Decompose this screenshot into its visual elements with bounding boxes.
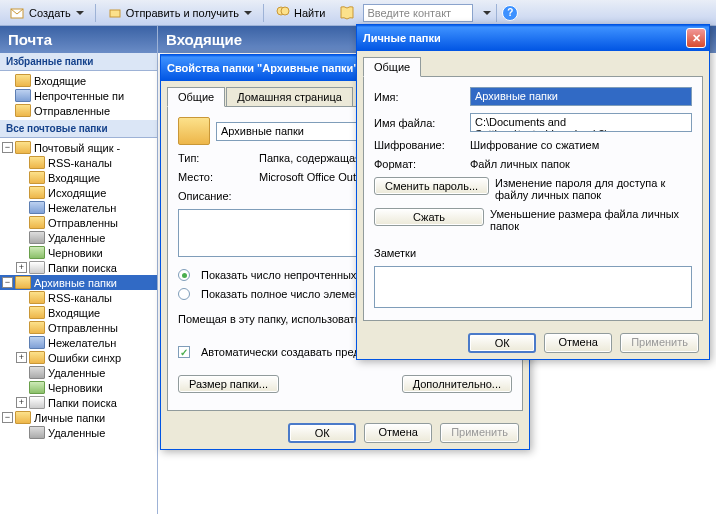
ok-button[interactable]: ОК	[288, 423, 356, 443]
search-folders[interactable]: +Папки поиска	[0, 260, 157, 275]
create-button[interactable]: Создать	[4, 2, 90, 24]
sent-folder[interactable]: Отправленны	[0, 215, 157, 230]
outbox-folder[interactable]: Исходящие	[0, 185, 157, 200]
cancel-button[interactable]: Отмена	[364, 423, 432, 443]
dialog-title-bar[interactable]: Личные папки ✕	[357, 25, 709, 51]
ar-errors[interactable]: +Ошибки синхр	[0, 350, 157, 365]
collapse-icon[interactable]: −	[2, 412, 13, 423]
inbox-folder[interactable]: Входящие	[0, 170, 157, 185]
puttext-label: Помещая в эту папку, использовать:	[178, 313, 363, 325]
dropdown-icon	[76, 11, 84, 15]
dialog-title: Свойства папки "Архивные папки"	[167, 62, 359, 74]
apply-button[interactable]: Применить	[440, 423, 519, 443]
find-label: Найти	[294, 7, 325, 19]
fav-inbox[interactable]: Входящие	[0, 73, 157, 88]
svg-rect-1	[110, 10, 120, 17]
dialog-buttons: ОК Отмена Применить	[357, 327, 709, 359]
collapse-icon[interactable]: −	[2, 142, 13, 153]
nav-mail-header: Почта	[0, 26, 157, 53]
cancel-button[interactable]: Отмена	[544, 333, 612, 353]
ar-inbox[interactable]: Входящие	[0, 305, 157, 320]
change-password-button[interactable]: Сменить пароль...	[374, 177, 489, 195]
ar-deleted[interactable]: Удаленные	[0, 365, 157, 380]
expand-icon[interactable]: +	[16, 352, 27, 363]
folder-size-button[interactable]: Размер папки...	[178, 375, 279, 393]
collapse-icon[interactable]: −	[2, 277, 13, 288]
junk-folder[interactable]: Нежелательн	[0, 200, 157, 215]
favorites-header: Избранные папки	[0, 53, 157, 71]
encryption-value: Шифрование со сжатием	[470, 139, 692, 151]
ar-sent[interactable]: Отправленны	[0, 320, 157, 335]
mail-new-icon	[10, 5, 26, 21]
format-label: Формат:	[374, 158, 464, 170]
dialog-title: Личные папки	[363, 32, 441, 44]
type-label: Тип:	[178, 152, 253, 164]
format-value: Файл личных папок	[470, 158, 692, 170]
personal-root[interactable]: −Личные папки	[0, 410, 157, 425]
more-button[interactable]: Дополнительно...	[402, 375, 512, 393]
expand-icon[interactable]: +	[16, 262, 27, 273]
compact-desc: Уменьшение размера файла личных папок	[490, 208, 692, 232]
ar-drafts[interactable]: Черновики	[0, 380, 157, 395]
send-receive-button[interactable]: Отправить и получить	[101, 2, 258, 24]
send-receive-icon	[107, 5, 123, 21]
notes-label: Заметки	[374, 247, 416, 259]
tab-homepage[interactable]: Домашняя страница	[226, 87, 353, 106]
ar-search[interactable]: +Папки поиска	[0, 395, 157, 410]
main-toolbar: Создать Отправить и получить Найти Введи…	[0, 0, 716, 26]
rss-folder[interactable]: RSS-каналы	[0, 155, 157, 170]
location-label: Место:	[178, 171, 253, 183]
pf-deleted[interactable]: Удаленные	[0, 425, 157, 440]
tab-general[interactable]: Общие	[363, 57, 421, 77]
notes-textarea[interactable]	[374, 266, 692, 308]
compact-button[interactable]: Сжать	[374, 208, 484, 226]
find-button[interactable]: Найти	[269, 2, 331, 24]
mailbox-root[interactable]: −Почтовый ящик -	[0, 140, 157, 155]
svg-point-3	[281, 7, 289, 15]
fav-unread[interactable]: Непрочтенные пи	[0, 88, 157, 103]
create-label: Создать	[29, 7, 71, 19]
tab-general[interactable]: Общие	[167, 87, 225, 107]
all-folders-header: Все почтовые папки	[0, 120, 157, 138]
ar-rss[interactable]: RSS-каналы	[0, 290, 157, 305]
all-folders-tree: −Почтовый ящик - RSS-каналы Входящие Исх…	[0, 138, 157, 442]
check-icon	[178, 346, 190, 358]
filename-value: C:\Documents and Settings\testaddressboo…	[470, 113, 692, 132]
filename-label: Имя файла:	[374, 117, 464, 129]
help-icon[interactable]: ?	[502, 5, 518, 21]
contact-search-placeholder: Введите контакт	[367, 7, 451, 19]
description-label: Описание:	[178, 190, 232, 202]
dialog-buttons: ОК Отмена Применить	[161, 417, 529, 449]
change-password-desc: Изменение пароля для доступа к файлу лич…	[495, 177, 692, 201]
radio-icon	[178, 288, 190, 300]
dropdown-icon	[244, 11, 252, 15]
ar-junk[interactable]: Нежелательн	[0, 335, 157, 350]
expand-icon[interactable]: +	[16, 397, 27, 408]
favorites-tree: Входящие Непрочтенные пи Отправленные	[0, 71, 157, 120]
fav-sent[interactable]: Отправленные	[0, 103, 157, 118]
close-button[interactable]: ✕	[686, 28, 706, 48]
deleted-folder[interactable]: Удаленные	[0, 230, 157, 245]
name-label: Имя:	[374, 91, 464, 103]
find-icon	[275, 5, 291, 21]
ok-button[interactable]: ОК	[468, 333, 536, 353]
addressbook-button[interactable]	[333, 2, 361, 24]
dropdown-icon[interactable]	[483, 11, 491, 15]
close-icon: ✕	[692, 32, 701, 45]
archive-root[interactable]: −Архивные папки	[0, 275, 157, 290]
tab-content: Имя:Архивные папки Имя файла:C:\Document…	[363, 76, 703, 321]
name-input[interactable]: Архивные папки	[470, 87, 692, 106]
book-icon	[339, 5, 355, 21]
radio-icon	[178, 269, 190, 281]
drafts-folder[interactable]: Черновики	[0, 245, 157, 260]
encryption-label: Шифрование:	[374, 139, 464, 151]
send-receive-label: Отправить и получить	[126, 7, 239, 19]
navigation-pane: Почта Избранные папки Входящие Непрочтен…	[0, 26, 158, 514]
personal-folders-dialog: Личные папки ✕ Общие Имя:Архивные папки …	[356, 24, 710, 360]
apply-button[interactable]: Применить	[620, 333, 699, 353]
contact-search-input[interactable]: Введите контакт	[363, 4, 473, 22]
folder-big-icon	[178, 117, 210, 145]
tabs-row: Общие	[357, 51, 709, 76]
